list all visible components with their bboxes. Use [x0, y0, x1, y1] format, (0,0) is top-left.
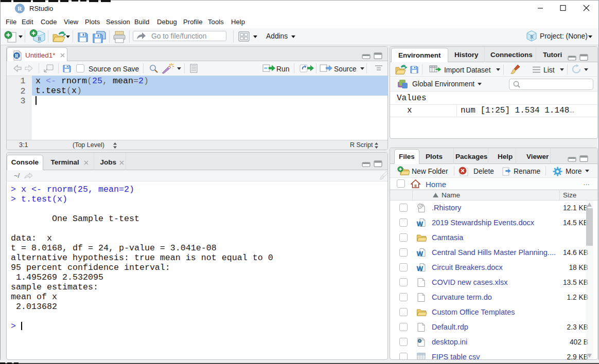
svg-text:R: R	[17, 6, 22, 12]
svg-text:R: R	[530, 34, 534, 40]
svg-text:R: R	[38, 35, 42, 42]
svg-text:W: W	[417, 220, 424, 228]
svg-text:R: R	[15, 53, 19, 59]
svg-text:W: W	[417, 250, 424, 258]
svg-text:W: W	[417, 265, 424, 272]
